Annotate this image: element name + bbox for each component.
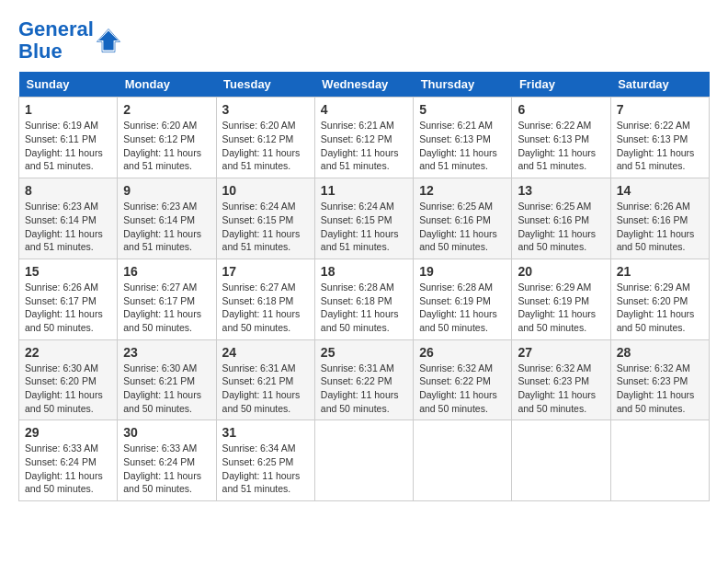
day-info: Sunrise: 6:26 AM Sunset: 6:16 PM Dayligh… [617, 200, 703, 254]
calendar-cell: 3 Sunrise: 6:20 AM Sunset: 6:12 PM Dayli… [216, 98, 314, 178]
day-info: Sunrise: 6:19 AM Sunset: 6:11 PM Dayligh… [25, 119, 111, 173]
day-info: Sunrise: 6:22 AM Sunset: 6:13 PM Dayligh… [518, 119, 604, 173]
day-info: Sunrise: 6:23 AM Sunset: 6:14 PM Dayligh… [123, 200, 210, 254]
calendar-cell: 27 Sunrise: 6:32 AM Sunset: 6:23 PM Dayl… [512, 339, 610, 420]
calendar-cell: 29 Sunrise: 6:33 AM Sunset: 6:24 PM Dayl… [19, 420, 118, 501]
calendar-cell: 21 Sunrise: 6:29 AM Sunset: 6:20 PM Dayl… [610, 259, 709, 339]
calendar-cell: 31 Sunrise: 6:34 AM Sunset: 6:25 PM Dayl… [216, 420, 314, 501]
day-info: Sunrise: 6:30 AM Sunset: 6:20 PM Dayligh… [25, 362, 111, 416]
day-number: 18 [321, 264, 407, 279]
calendar-cell: 25 Sunrise: 6:31 AM Sunset: 6:22 PM Dayl… [314, 339, 413, 420]
calendar-cell: 16 Sunrise: 6:27 AM Sunset: 6:17 PM Dayl… [118, 259, 216, 339]
day-number: 11 [321, 183, 407, 198]
day-info: Sunrise: 6:31 AM Sunset: 6:21 PM Dayligh… [222, 362, 309, 416]
calendar-cell: 23 Sunrise: 6:30 AM Sunset: 6:21 PM Dayl… [118, 339, 216, 420]
calendar-week-row: 15 Sunrise: 6:26 AM Sunset: 6:17 PM Dayl… [19, 259, 710, 339]
day-number: 20 [518, 264, 604, 279]
logo-icon [96, 28, 121, 53]
calendar-cell: 15 Sunrise: 6:26 AM Sunset: 6:17 PM Dayl… [19, 259, 118, 339]
day-number: 31 [222, 425, 309, 440]
calendar-cell: 9 Sunrise: 6:23 AM Sunset: 6:14 PM Dayli… [118, 178, 216, 259]
calendar-cell: 4 Sunrise: 6:21 AM Sunset: 6:12 PM Dayli… [314, 98, 413, 178]
day-number: 10 [222, 183, 309, 198]
calendar-cell: 30 Sunrise: 6:33 AM Sunset: 6:24 PM Dayl… [118, 420, 216, 501]
day-info: Sunrise: 6:25 AM Sunset: 6:16 PM Dayligh… [419, 200, 506, 254]
day-number: 30 [123, 425, 210, 440]
day-info: Sunrise: 6:32 AM Sunset: 6:22 PM Dayligh… [419, 362, 506, 416]
day-info: Sunrise: 6:27 AM Sunset: 6:18 PM Dayligh… [222, 281, 309, 335]
calendar-cell: 26 Sunrise: 6:32 AM Sunset: 6:22 PM Dayl… [414, 339, 512, 420]
day-info: Sunrise: 6:32 AM Sunset: 6:23 PM Dayligh… [617, 362, 703, 416]
calendar-cell: 8 Sunrise: 6:23 AM Sunset: 6:14 PM Dayli… [19, 178, 118, 259]
weekday-header: Sunday [19, 72, 118, 98]
day-number: 1 [25, 102, 111, 117]
day-number: 12 [419, 183, 506, 198]
calendar-cell: 6 Sunrise: 6:22 AM Sunset: 6:13 PM Dayli… [512, 98, 610, 178]
day-info: Sunrise: 6:26 AM Sunset: 6:17 PM Dayligh… [25, 281, 111, 335]
day-number: 14 [617, 183, 703, 198]
logo: General Blue [18, 18, 121, 63]
day-number: 5 [419, 102, 506, 117]
calendar-week-row: 8 Sunrise: 6:23 AM Sunset: 6:14 PM Dayli… [19, 178, 710, 259]
day-info: Sunrise: 6:20 AM Sunset: 6:12 PM Dayligh… [222, 119, 309, 173]
day-info: Sunrise: 6:22 AM Sunset: 6:13 PM Dayligh… [617, 119, 703, 173]
calendar-cell [414, 420, 512, 501]
day-info: Sunrise: 6:24 AM Sunset: 6:15 PM Dayligh… [222, 200, 309, 254]
day-number: 25 [321, 345, 407, 360]
calendar-week-row: 22 Sunrise: 6:30 AM Sunset: 6:20 PM Dayl… [19, 339, 710, 420]
calendar-cell [314, 420, 413, 501]
day-info: Sunrise: 6:20 AM Sunset: 6:12 PM Dayligh… [123, 119, 210, 173]
day-number: 28 [617, 345, 703, 360]
calendar-cell: 2 Sunrise: 6:20 AM Sunset: 6:12 PM Dayli… [118, 98, 216, 178]
day-info: Sunrise: 6:30 AM Sunset: 6:21 PM Dayligh… [123, 362, 210, 416]
day-info: Sunrise: 6:24 AM Sunset: 6:15 PM Dayligh… [321, 200, 407, 254]
day-info: Sunrise: 6:25 AM Sunset: 6:16 PM Dayligh… [518, 200, 604, 254]
calendar-cell: 10 Sunrise: 6:24 AM Sunset: 6:15 PM Dayl… [216, 178, 314, 259]
day-number: 22 [25, 345, 111, 360]
calendar-cell: 11 Sunrise: 6:24 AM Sunset: 6:15 PM Dayl… [314, 178, 413, 259]
day-number: 9 [123, 183, 210, 198]
calendar-cell: 22 Sunrise: 6:30 AM Sunset: 6:20 PM Dayl… [19, 339, 118, 420]
day-info: Sunrise: 6:23 AM Sunset: 6:14 PM Dayligh… [25, 200, 111, 254]
calendar-cell: 12 Sunrise: 6:25 AM Sunset: 6:16 PM Dayl… [414, 178, 512, 259]
day-number: 24 [222, 345, 309, 360]
day-info: Sunrise: 6:27 AM Sunset: 6:17 PM Dayligh… [123, 281, 210, 335]
day-number: 16 [123, 264, 210, 279]
calendar-cell: 5 Sunrise: 6:21 AM Sunset: 6:13 PM Dayli… [414, 98, 512, 178]
calendar-cell: 28 Sunrise: 6:32 AM Sunset: 6:23 PM Dayl… [610, 339, 709, 420]
weekday-header: Saturday [610, 72, 709, 98]
logo-text: General Blue [18, 18, 94, 63]
weekday-header: Tuesday [216, 72, 314, 98]
day-info: Sunrise: 6:21 AM Sunset: 6:12 PM Dayligh… [321, 119, 407, 173]
day-info: Sunrise: 6:29 AM Sunset: 6:19 PM Dayligh… [518, 281, 604, 335]
day-info: Sunrise: 6:28 AM Sunset: 6:18 PM Dayligh… [321, 281, 407, 335]
calendar-cell: 24 Sunrise: 6:31 AM Sunset: 6:21 PM Dayl… [216, 339, 314, 420]
day-info: Sunrise: 6:29 AM Sunset: 6:20 PM Dayligh… [617, 281, 703, 335]
day-number: 4 [321, 102, 407, 117]
day-info: Sunrise: 6:32 AM Sunset: 6:23 PM Dayligh… [518, 362, 604, 416]
calendar-cell [512, 420, 610, 501]
day-number: 15 [25, 264, 111, 279]
page-header: General Blue [18, 18, 710, 63]
day-info: Sunrise: 6:33 AM Sunset: 6:24 PM Dayligh… [25, 442, 111, 496]
day-number: 6 [518, 102, 604, 117]
calendar-cell: 17 Sunrise: 6:27 AM Sunset: 6:18 PM Dayl… [216, 259, 314, 339]
day-number: 26 [419, 345, 506, 360]
day-number: 3 [222, 102, 309, 117]
calendar-cell: 18 Sunrise: 6:28 AM Sunset: 6:18 PM Dayl… [314, 259, 413, 339]
day-number: 27 [518, 345, 604, 360]
weekday-header: Monday [118, 72, 216, 98]
day-number: 21 [617, 264, 703, 279]
day-info: Sunrise: 6:28 AM Sunset: 6:19 PM Dayligh… [419, 281, 506, 335]
weekday-header: Friday [512, 72, 610, 98]
day-number: 2 [123, 102, 210, 117]
calendar-week-row: 1 Sunrise: 6:19 AM Sunset: 6:11 PM Dayli… [19, 98, 710, 178]
day-number: 17 [222, 264, 309, 279]
weekday-header: Thursday [414, 72, 512, 98]
weekday-header-row: SundayMondayTuesdayWednesdayThursdayFrid… [19, 72, 710, 98]
calendar-cell: 19 Sunrise: 6:28 AM Sunset: 6:19 PM Dayl… [414, 259, 512, 339]
day-number: 13 [518, 183, 604, 198]
day-number: 19 [419, 264, 506, 279]
calendar-cell [610, 420, 709, 501]
day-info: Sunrise: 6:34 AM Sunset: 6:25 PM Dayligh… [222, 442, 309, 496]
